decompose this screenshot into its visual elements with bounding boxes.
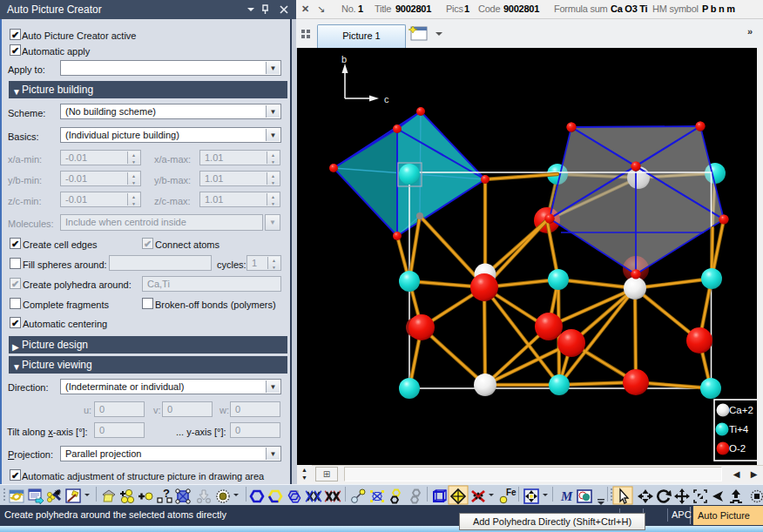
svg-text:M: M xyxy=(560,489,573,503)
svg-text:Ti+4: Ti+4 xyxy=(729,424,749,434)
svg-text:O-2: O-2 xyxy=(729,443,746,454)
svg-text:b: b xyxy=(341,54,347,64)
svg-text:Ca+2: Ca+2 xyxy=(729,405,753,415)
svg-text:c: c xyxy=(384,94,389,104)
svg-text:Fe: Fe xyxy=(506,488,517,497)
